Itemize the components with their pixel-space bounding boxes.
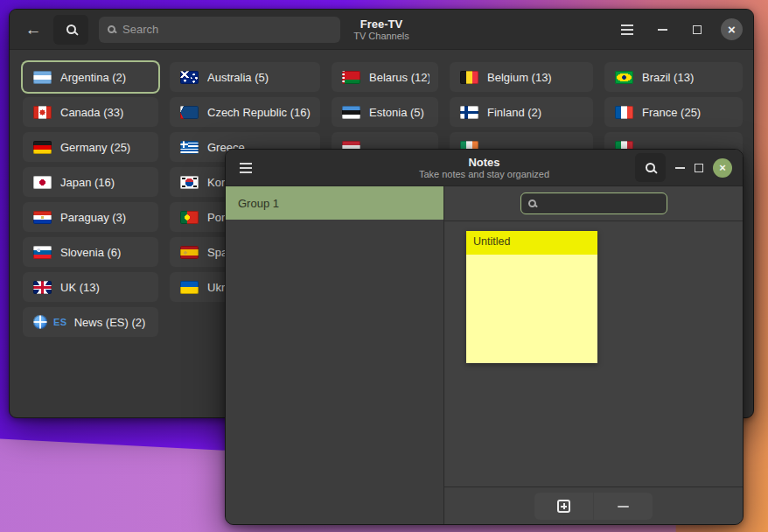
country-button-uk-13[interactable]: UK (13) [23, 272, 158, 302]
belgium-flag-icon [460, 71, 478, 84]
country-label: Japan (16) [60, 176, 115, 189]
france-flag-icon [615, 106, 633, 119]
japan-flag-icon [33, 176, 52, 189]
country-button-paraguay-3[interactable]: Paraguay (3) [23, 202, 158, 232]
country-label: Canada (33) [60, 106, 123, 119]
country-label: UK (13) [60, 281, 100, 294]
uk-flag-icon [33, 281, 52, 294]
paraguay-flag-icon [33, 211, 52, 224]
argentina-flag-icon [33, 71, 52, 84]
country-button-belarus-12[interactable]: Belarus (12) [332, 62, 438, 92]
hamburger-icon [240, 167, 252, 169]
country-button-estonia-5[interactable]: Estonia (5) [332, 97, 438, 127]
globe-icon [33, 315, 47, 329]
country-button-germany-25[interactable]: Germany (25) [23, 132, 158, 162]
search-toggle-button[interactable] [53, 15, 88, 45]
minimize-button[interactable] [651, 18, 674, 41]
country-button-finland-2[interactable]: Finland (2) [450, 97, 593, 127]
brazil-flag-icon [615, 71, 633, 84]
estonia-flag-icon [342, 106, 360, 119]
menu-button[interactable] [616, 18, 639, 41]
freetv-search-field[interactable] [99, 17, 340, 43]
notes-bottombar [444, 486, 743, 525]
slovenia-flag-icon [33, 246, 52, 259]
es-language-badge: ES [53, 317, 67, 327]
country-button-argentina-2[interactable]: Argentina (2) [23, 62, 158, 92]
maximize-button[interactable] [686, 18, 709, 41]
country-button-belgium-13[interactable]: Belgium (13) [450, 62, 593, 92]
ukraine-flag-icon [180, 281, 199, 294]
freetv-window-title: Free-TV [353, 18, 409, 31]
portugal-flag-icon [180, 211, 199, 224]
spain-flag-icon [180, 246, 199, 259]
country-label: Estonia (5) [369, 106, 424, 119]
country-label: France (25) [642, 106, 701, 119]
back-button[interactable]: ← [20, 15, 46, 45]
freetv-search-input[interactable] [122, 23, 332, 36]
minimize-icon [658, 29, 667, 31]
search-icon [646, 163, 655, 172]
notes-close-button[interactable]: × [713, 158, 732, 178]
country-button-brazil-13[interactable]: Brazil (13) [604, 62, 743, 92]
korea-flag-icon [180, 176, 199, 189]
notes-window-title: Notes [419, 156, 549, 169]
add-note-icon [557, 500, 570, 513]
notes-canvas: Untitled [444, 221, 743, 486]
germany-flag-icon [33, 141, 52, 154]
maximize-icon [693, 25, 702, 34]
notes-titlebar: Notes Take notes and stay organized × [226, 150, 743, 186]
country-button-france-25[interactable]: France (25) [604, 97, 743, 127]
country-label: Belgium (13) [487, 71, 552, 84]
search-icon [528, 200, 536, 207]
remove-note-icon [618, 506, 629, 508]
freetv-window-subtitle: TV Channels [353, 31, 409, 42]
minimize-icon [675, 167, 685, 169]
sticky-note-title: Untitled [466, 231, 597, 255]
country-label: Brazil (13) [642, 71, 694, 84]
add-note-button[interactable] [534, 493, 593, 520]
belarus-flag-icon [342, 71, 360, 84]
country-label: Germany (25) [60, 141, 130, 154]
sticky-note-body [466, 255, 597, 363]
notes-search-button[interactable] [635, 153, 666, 182]
freetv-titlebar: ← Free-TV TV Channels × [10, 10, 753, 50]
country-button-australia-5[interactable]: Australia (5) [170, 62, 320, 92]
notes-minimize-button[interactable] [675, 167, 685, 169]
notes-panel: Untitled [444, 186, 743, 525]
greece-flag-icon [180, 141, 199, 154]
country-label: Slovenia (6) [60, 246, 121, 259]
notes-window-subtitle: Take notes and stay organized [419, 169, 549, 180]
hamburger-icon [621, 29, 633, 31]
notes-window: Notes Take notes and stay organized × Gr… [225, 149, 744, 525]
country-label: Paraguay (3) [60, 211, 126, 224]
notes-search-zone [444, 186, 743, 221]
country-label: Australia (5) [207, 71, 269, 84]
canada-flag-icon [33, 106, 52, 119]
notes-sidebar: Group 1 [226, 186, 444, 525]
country-button-japan-16[interactable]: Japan (16) [23, 167, 158, 197]
notes-menu-button[interactable] [240, 167, 252, 169]
country-button-canada-33[interactable]: Canada (33) [23, 97, 158, 127]
australia-flag-icon [180, 71, 199, 84]
remove-note-button[interactable] [594, 493, 653, 520]
close-button[interactable]: × [721, 18, 743, 40]
search-icon [66, 24, 76, 34]
maximize-icon [695, 164, 703, 172]
sticky-note[interactable]: Untitled [466, 231, 597, 363]
country-button-slovenia-6[interactable]: Slovenia (6) [23, 237, 158, 267]
country-label: Czech Republic (16) [207, 106, 311, 119]
notes-search-field[interactable] [520, 192, 667, 214]
czech-flag-icon [180, 106, 199, 119]
notes-search-input[interactable] [542, 198, 660, 210]
country-label: Argentina (2) [60, 71, 126, 84]
sidebar-item-group-1[interactable]: Group 1 [226, 186, 443, 220]
notes-maximize-button[interactable] [695, 164, 703, 172]
country-button-czech-republic-16[interactable]: Czech Republic (16) [170, 97, 320, 127]
country-label: Belarus (12) [369, 71, 429, 84]
search-icon [108, 25, 115, 33]
finland-flag-icon [460, 106, 478, 119]
country-label: Finland (2) [487, 106, 541, 119]
country-button-news-es-2[interactable]: ESNews (ES) (2) [23, 307, 158, 337]
country-label: News (ES) (2) [74, 316, 146, 329]
